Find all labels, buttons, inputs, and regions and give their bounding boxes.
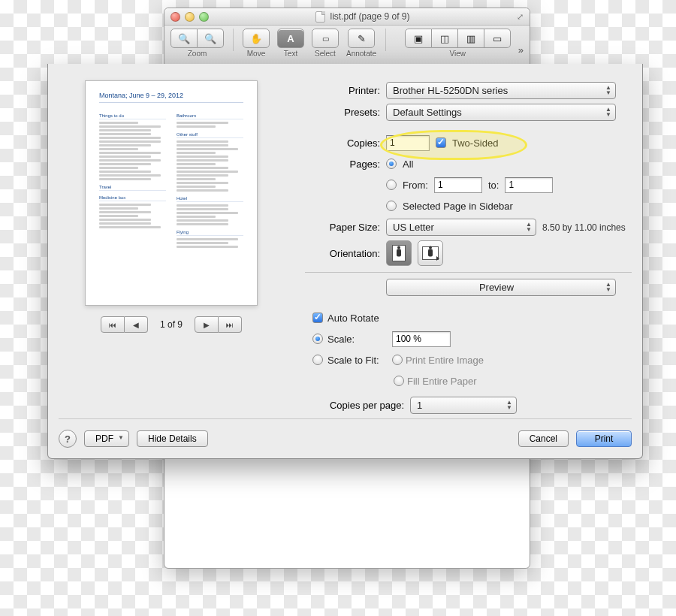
scale-input[interactable] <box>392 331 451 347</box>
copies-per-page-popup[interactable]: 1 ▲▼ <box>410 397 517 414</box>
text-tool-button[interactable]: A <box>277 29 304 48</box>
paper-size-value: US Letter <box>393 222 434 233</box>
orientation-portrait-button[interactable] <box>386 240 412 266</box>
hand-icon: ✋ <box>250 33 262 44</box>
thumb-heading: Medicine box <box>99 195 166 201</box>
copies-label: Copies: <box>305 137 380 149</box>
scale-label: Scale: <box>327 334 392 345</box>
toolbar-separator <box>385 29 386 51</box>
zoom-caption: Zoom <box>188 50 207 58</box>
view-mode-1-button[interactable]: ▣ <box>405 29 432 48</box>
traffic-lights <box>171 12 209 22</box>
thumb-heading: Things to do <box>99 113 166 119</box>
pdf-label: PDF <box>95 433 113 444</box>
portrait-icon <box>392 245 406 261</box>
pages-all-radio[interactable] <box>386 159 397 169</box>
copies-per-page-value: 1 <box>417 400 422 411</box>
page-thumbnail: Montana; June 9 – 29, 2012 Things to do … <box>85 80 258 306</box>
scale-to-fit-label: Scale to Fit: <box>327 355 392 366</box>
print-options-form: Printer: Brother HL-5250DN series ▲▼ Pre… <box>305 77 632 418</box>
thumb-title: Montana; June 9 – 29, 2012 <box>99 92 243 103</box>
pages-label: Pages: <box>305 159 380 170</box>
fill-entire-paper-radio[interactable] <box>394 376 404 386</box>
zoom-group: 🔍 🔍 Zoom <box>171 29 224 58</box>
thumb-heading: Hotel <box>177 196 243 202</box>
print-entire-image-label: Print Entire Image <box>406 355 484 366</box>
zoom-out-button[interactable]: 🔍 <box>171 29 198 48</box>
prev-page-button[interactable]: ◀ <box>125 316 148 333</box>
view-mode-3-button[interactable]: ▥ <box>458 29 484 48</box>
annotate-caption: Annotate <box>346 50 376 58</box>
document-icon <box>315 11 325 23</box>
paper-size-label: Paper Size: <box>305 222 380 233</box>
window-title: list.pdf (page 9 of 9) <box>213 11 512 23</box>
paper-size-popup[interactable]: US Letter ▲▼ <box>386 219 536 236</box>
pages-from-radio[interactable] <box>386 180 397 190</box>
view-mode-2-button[interactable]: ◫ <box>432 29 458 48</box>
section-divider <box>305 272 632 273</box>
help-button[interactable]: ? <box>59 430 77 448</box>
section-value: Preview <box>479 282 514 293</box>
two-sided-checkbox[interactable] <box>436 137 446 148</box>
text-caption: Text <box>284 50 297 58</box>
section-popup[interactable]: Preview ▲▼ <box>386 279 616 296</box>
first-page-button[interactable]: ⏮ <box>101 316 125 333</box>
printer-value: Brother HL-5250DN series <box>393 85 508 96</box>
printer-popup[interactable]: Brother HL-5250DN series ▲▼ <box>386 82 616 99</box>
hide-details-label: Hide Details <box>148 433 197 444</box>
view2-icon: ◫ <box>440 33 449 44</box>
hide-details-button[interactable]: Hide Details <box>137 430 208 447</box>
scale-to-fit-radio[interactable] <box>312 355 323 365</box>
scale-radio[interactable] <box>312 334 323 344</box>
copies-input[interactable] <box>386 135 430 151</box>
two-sided-label: Two-Sided <box>452 137 498 149</box>
zoom-in-icon: 🔍 <box>204 33 216 44</box>
pages-selected-label: Selected Page in Sidebar <box>403 201 513 212</box>
presets-label: Presets: <box>305 107 380 118</box>
print-dialog-sheet: Montana; June 9 – 29, 2012 Things to do … <box>47 64 643 459</box>
zoom-in-button[interactable]: 🔍 <box>198 29 224 48</box>
to-input[interactable] <box>505 177 553 193</box>
last-page-button[interactable]: ⏭ <box>219 316 242 333</box>
view-group: ▣ ◫ ▥ ▭ View <box>405 29 511 58</box>
help-icon: ? <box>65 433 71 445</box>
updown-icon: ▲▼ <box>605 282 611 292</box>
minimize-window-button[interactable] <box>185 12 195 22</box>
pages-selected-radio[interactable] <box>386 201 397 211</box>
thumb-heading: Other stuff <box>177 132 243 138</box>
next-icon: ▶ <box>204 321 210 329</box>
close-window-button[interactable] <box>171 12 180 22</box>
landscape-icon <box>422 246 439 260</box>
annotate-tool-button[interactable]: ✎ <box>348 29 375 48</box>
pencil-icon: ✎ <box>358 33 366 44</box>
presets-popup[interactable]: Default Settings ▲▼ <box>386 104 616 121</box>
thumb-heading: Bathroom <box>177 113 243 119</box>
print-button[interactable]: Print <box>576 430 632 447</box>
copies-per-page-label: Copies per page: <box>305 400 404 411</box>
updown-icon: ▲▼ <box>605 107 611 117</box>
next-page-button[interactable]: ▶ <box>195 316 219 333</box>
updown-icon: ▲▼ <box>506 400 512 410</box>
view-mode-4-button[interactable]: ▭ <box>484 29 511 48</box>
toolbar-overflow-icon[interactable]: » <box>518 44 524 56</box>
pages-all-label: All <box>403 159 413 170</box>
cancel-button[interactable]: Cancel <box>518 430 569 447</box>
print-entire-image-radio[interactable] <box>392 355 403 365</box>
prev-icon: ◀ <box>133 321 139 329</box>
move-tool-button[interactable]: ✋ <box>243 29 270 48</box>
dialog-footer: ? PDF Hide Details Cancel Print <box>59 427 632 451</box>
auto-rotate-checkbox[interactable] <box>312 313 323 323</box>
page-indicator: 1 of 9 <box>160 319 183 330</box>
select-tool-button[interactable]: ▭ <box>312 29 339 48</box>
fullscreen-icon[interactable]: ⤢ <box>517 12 524 22</box>
orientation-landscape-button[interactable] <box>418 240 443 266</box>
preview-navigation: ⏮ ◀ 1 of 9 ▶ ⏭ <box>66 316 276 333</box>
select-caption: Select <box>315 50 336 58</box>
pdf-menu-button[interactable]: PDF <box>84 430 129 447</box>
zoom-window-button[interactable] <box>199 12 209 22</box>
thumb-heading: Travel <box>99 185 166 191</box>
view3-icon: ▥ <box>466 33 475 44</box>
print-label: Print <box>595 433 614 444</box>
window-titlebar[interactable]: list.pdf (page 9 of 9) ⤢ <box>164 8 530 26</box>
from-input[interactable] <box>434 177 482 193</box>
